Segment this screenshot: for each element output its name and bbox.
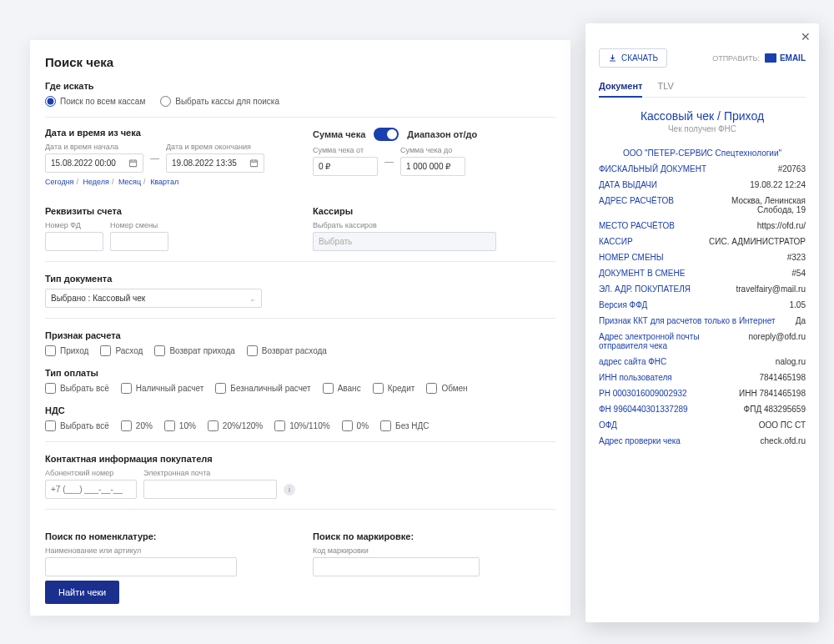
receipt-row: МЕСТО РАСЧЁТОВhttps://ofd.ru/	[599, 221, 806, 231]
send-label: ОТПРАВИТЬ:	[712, 54, 760, 63]
tab-document[interactable]: Документ	[599, 76, 642, 98]
receipt-row-label: МЕСТО РАСЧЁТОВ	[599, 221, 749, 230]
check-nds-3[interactable]: 20%/120%	[208, 420, 263, 431]
doctype-select[interactable]: Выбрано : Кассовый чек ⌄	[45, 289, 262, 308]
receipt-row-value: #323	[787, 253, 806, 262]
sum-dash: —	[384, 156, 394, 166]
cashiers-hint: Выбрать кассиров	[313, 221, 555, 229]
chevron-updown-icon: ⌄	[249, 294, 256, 303]
phone-input[interactable]	[45, 480, 137, 499]
check-pay-3[interactable]: Аванс	[323, 383, 361, 394]
receipt-row: ФИСКАЛЬНЫЙ ДОКУМЕНТ#20763	[599, 164, 806, 174]
receipt-row-value: ФПД 483295659	[744, 405, 806, 414]
email-input[interactable]	[143, 480, 277, 499]
check-pay-1[interactable]: Наличный расчет	[121, 383, 204, 394]
link-week[interactable]: Неделя	[83, 178, 109, 186]
receipt-row-value: check.ofd.ru	[761, 436, 806, 445]
receipt-row: КАССИРСИС. АДМИНИСТРАТОР	[599, 237, 806, 247]
date-preset-links: Сегодня/ Неделя/ Месяц/ Квартал	[45, 178, 288, 186]
receipt-title: Кассовый чек / Приход	[599, 109, 806, 123]
check-priznak-3[interactable]: Возврат расхода	[247, 345, 327, 356]
check-priznak-2[interactable]: Возврат прихода	[154, 345, 234, 356]
receipt-row-label: Признак ККТ для расчетов только в Интерн…	[599, 316, 787, 325]
fd-input[interactable]	[45, 232, 103, 251]
fd-label: Номер ФД	[45, 221, 103, 229]
link-today[interactable]: Сегодня	[45, 178, 74, 186]
receipt-row-value: Москва, Ленинская Слобода, 19	[706, 196, 806, 214]
receipt-row-value: travelfairy@mail.ru	[736, 284, 806, 294]
receipt-row-value: СИС. АДМИНИСТРАТОР	[709, 237, 806, 246]
priznak-section-label: Признак расчета	[45, 330, 555, 340]
check-priznak-0[interactable]: Приход	[45, 345, 88, 356]
calendar-icon	[128, 158, 138, 168]
mark-section-label: Поиск по маркировке:	[313, 531, 555, 541]
check-pay-2[interactable]: Безналичный расчет	[215, 383, 310, 394]
receipt-row: НОМЕР СМЕНЫ#323	[599, 253, 806, 263]
receipt-row-label: ИНН пользователя	[599, 373, 751, 382]
receipt-row: ДОКУМЕНТ В СМЕНЕ#54	[599, 269, 806, 279]
radio-all-cash[interactable]: Поиск по всем кассам	[45, 96, 145, 107]
receipt-row-value: noreply@ofd.ru	[748, 332, 806, 341]
date-start-input[interactable]: 15.08.2022 00:00	[45, 153, 143, 173]
email-link[interactable]: EMAIL	[765, 53, 806, 63]
receipt-row-value: nalog.ru	[776, 357, 806, 366]
cashiers-select[interactable]: Выбрать	[313, 232, 496, 251]
link-month[interactable]: Месяц	[118, 178, 141, 186]
receipt-panel: ✕ СКАЧАТЬ ОТПРАВИТЬ: EMAIL Документ TLV …	[585, 23, 819, 622]
rekv-section-label: Реквизиты счета	[45, 206, 288, 216]
paytype-section-label: Тип оплаты	[45, 368, 555, 378]
receipt-row: Адрес проверки чекаcheck.ofd.ru	[599, 436, 806, 446]
receipt-row-value: #54	[791, 269, 806, 278]
find-button[interactable]: Найти чеки	[45, 581, 119, 604]
check-pay-4[interactable]: Кредит	[373, 383, 415, 394]
search-panel: Поиск чека Где искать Поиск по всем касс…	[30, 40, 570, 616]
check-nds-1[interactable]: 20%	[121, 420, 153, 431]
nomen-label: Наименование или артикул	[45, 546, 288, 555]
check-nds-4[interactable]: 10%/110%	[274, 420, 329, 431]
check-pay-5[interactable]: Обмен	[426, 383, 467, 394]
receipt-row-label: ДАТА ВЫДАЧИ	[599, 180, 741, 189]
link-quarter[interactable]: Квартал	[150, 178, 178, 186]
check-nds-0[interactable]: Выбрать всё	[45, 420, 109, 431]
receipt-row: ЭЛ. АДР. ПОКУПАТЕЛЯtravelfairy@mail.ru	[599, 284, 806, 294]
receipt-row-label: АДРЕС РАСЧЁТОВ	[599, 196, 697, 205]
receipt-row-value: https://ofd.ru/	[757, 221, 806, 230]
sum-section-label: Сумма чека	[313, 129, 365, 139]
receipt-row: Версия ФФД1.05	[599, 300, 806, 310]
mark-label: Код маркировки	[313, 546, 555, 555]
date-dash: —	[150, 153, 159, 163]
shift-label: Номер смены	[110, 221, 168, 229]
sum-from-input[interactable]: 0 ₽	[313, 157, 378, 176]
check-nds-2[interactable]: 10%	[164, 420, 196, 431]
mark-input[interactable]	[313, 557, 480, 576]
receipt-row-label: ДОКУМЕНТ В СМЕНЕ	[599, 269, 783, 278]
shift-input[interactable]	[110, 232, 168, 251]
tab-tlv[interactable]: TLV	[657, 76, 673, 97]
date-end-input[interactable]: 19.08.2022 13:35	[166, 153, 264, 173]
check-pay-0[interactable]: Выбрать всё	[45, 383, 109, 394]
contact-section-label: Контактная информация покупателя	[45, 454, 555, 464]
receipt-row-value: 7841465198	[759, 373, 806, 382]
radio-select-input[interactable]	[160, 96, 171, 107]
receipt-rows: ФИСКАЛЬНЫЙ ДОКУМЕНТ#20763ДАТА ВЫДАЧИ19.0…	[599, 164, 806, 446]
where-search-label: Где искать	[45, 81, 555, 91]
receipt-row-label: Адрес проверки чека	[599, 436, 752, 445]
close-icon[interactable]: ✕	[801, 30, 811, 43]
radio-select-cash[interactable]: Выбрать кассы для поиска	[160, 96, 279, 107]
check-nds-6[interactable]: Без НДС	[380, 420, 429, 431]
sum-to-input[interactable]: 1 000 000 ₽	[400, 157, 465, 176]
paytype-row: Выбрать всё Наличный расчет Безналичный …	[45, 383, 555, 394]
receipt-row: АДРЕС РАСЧЁТОВМосква, Ленинская Слобода,…	[599, 196, 806, 215]
calendar-icon	[249, 158, 259, 168]
receipt-row: ИНН пользователя7841465198	[599, 373, 806, 383]
radio-all-input[interactable]	[45, 96, 56, 107]
range-toggle[interactable]	[374, 128, 399, 141]
receipt-row-value: ООО ПС СТ	[759, 420, 806, 430]
download-button[interactable]: СКАЧАТЬ	[599, 48, 667, 68]
check-nds-5[interactable]: 0%	[342, 420, 369, 431]
receipt-row: ФН 9960440301337289ФПД 483295659	[599, 405, 806, 415]
receipt-row-label: ФИСКАЛЬНЫЙ ДОКУМЕНТ	[599, 164, 770, 174]
check-priznak-1[interactable]: Расход	[100, 345, 143, 356]
receipt-row-value: ИНН 7841465198	[739, 389, 806, 398]
nomen-input[interactable]	[45, 557, 237, 576]
